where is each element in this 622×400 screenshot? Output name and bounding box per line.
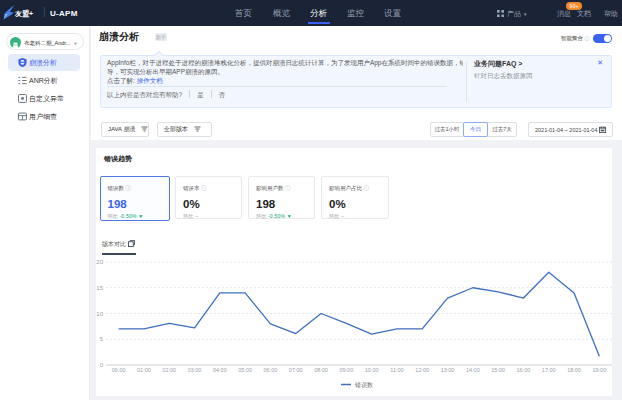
svg-text:0: 0 [100,362,104,368]
svg-text:09:00: 09:00 [339,367,353,373]
svg-text:19:00: 19:00 [592,367,606,373]
svg-text:17:00: 17:00 [542,367,556,373]
svg-text:11:00: 11:00 [390,367,403,373]
svg-text:01:00: 01:00 [137,367,151,373]
svg-text:16:00: 16:00 [517,367,531,373]
svg-text:15:00: 15:00 [491,367,505,373]
svg-text:14:00: 14:00 [466,367,480,373]
svg-text:05:00: 05:00 [238,367,252,373]
svg-text:08:00: 08:00 [314,367,328,373]
svg-text:10:00: 10:00 [365,367,379,373]
svg-text:00:00: 00:00 [112,367,126,373]
svg-text:20: 20 [96,259,103,265]
svg-text:13:00: 13:00 [441,367,455,373]
svg-text:06:00: 06:00 [264,367,278,373]
svg-text:07:00: 07:00 [289,367,303,373]
svg-text:5: 5 [100,336,104,342]
svg-text:03:00: 03:00 [188,367,202,373]
svg-text:12:00: 12:00 [415,367,429,373]
svg-text:02:00: 02:00 [162,367,176,373]
svg-text:18:00: 18:00 [567,367,581,373]
svg-text:15: 15 [96,285,103,291]
svg-text:10: 10 [96,311,103,317]
svg-text:错误数: 错误数 [354,381,373,389]
svg-text:04:00: 04:00 [213,367,227,373]
